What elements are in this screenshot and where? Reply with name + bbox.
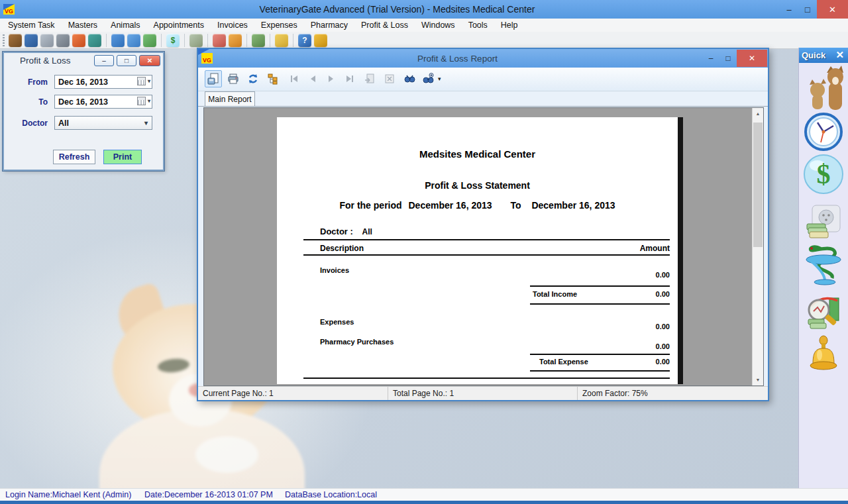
report-minimize-button[interactable]: – [702,50,719,67]
pharmacy-icon[interactable] [802,242,845,287]
close-button[interactable]: ✕ [817,0,848,19]
dialog-title: Profit & Loss [20,56,71,66]
report-period-line: For the period December 16, 2013 To Dece… [277,200,678,211]
report-viewer-area: Medsites Medical Center Profit & Loss St… [203,107,764,386]
divider [303,378,670,379]
undo-arrow-icon[interactable] [229,34,242,47]
refresh-icon[interactable] [244,70,262,87]
print-report-icon[interactable] [225,70,242,87]
menu-appointments[interactable]: Appointments [147,19,211,32]
menu-invoices[interactable]: Invoices [211,19,254,32]
report-maximize-button[interactable]: □ [719,50,737,67]
svg-text:$: $ [817,159,831,189]
invoice-money-icon[interactable] [143,34,156,47]
quick-close-icon[interactable]: ✕ [835,49,844,61]
doctor-label: Doctor : [320,227,353,236]
menu-profit-loss[interactable]: Profit & Loss [354,19,415,32]
tab-strip-line [198,106,768,107]
reminder-bird-icon[interactable] [275,34,288,47]
dollar-icon[interactable]: $ [166,34,180,47]
toolbar-separator [246,34,247,47]
thermometer-icon[interactable] [72,34,85,47]
column-amount: Amount [604,244,670,253]
maximize-button[interactable]: □ [798,0,817,19]
menu-system-task[interactable]: System Task [1,19,62,32]
divider [530,303,670,305]
period-to-label: To [510,200,521,211]
calendar-icon[interactable] [137,77,146,85]
calendar-icon[interactable] [127,34,140,47]
grooming-tool-icon[interactable] [40,34,54,47]
menu-tools[interactable]: Tools [462,19,494,32]
group-tree-icon[interactable] [264,70,282,87]
menu-bar: System Task Masters Animals Appointments… [0,19,848,32]
report-clinic-name: Medsites Medical Center [277,148,678,160]
tab-main-report[interactable]: Main Report [205,91,255,106]
date-status: Date:December 16-2013 01:07 PM [144,490,273,499]
clock-icon[interactable] [804,113,843,151]
payment-icon[interactable] [806,204,841,240]
menu-pharmacy[interactable]: Pharmacy [304,19,354,32]
total-expense-amount: 0.00 [604,358,670,366]
toolbar-separator [184,34,185,47]
profit-loss-report-window: VG Profit & Loss Report – □ ✕ [197,48,769,401]
row-invoices-label: Invoices [320,266,349,274]
quick-panel-title: Quick [802,50,825,60]
toolbar-separator [106,34,107,47]
menu-windows[interactable]: Windows [415,19,462,32]
masters-book-icon[interactable] [25,34,38,47]
export-report-icon[interactable] [205,70,222,87]
row-expenses-amount: 0.00 [604,323,670,330]
to-date-field[interactable]: Dec 16, 2013 ▾ [54,95,152,109]
dialog-close-button[interactable]: ✕ [139,55,160,66]
report-close-button[interactable]: ✕ [737,50,767,67]
menu-help[interactable]: Help [494,19,525,32]
sales-chart-icon[interactable] [252,34,265,47]
row-pharmacy-purchases-label: Pharmacy Purchases [320,338,394,346]
reports-search-icon[interactable] [804,293,843,331]
from-date-field[interactable]: Dec 16, 2013 ▾ [54,75,152,89]
calendar-icon[interactable] [137,97,146,105]
bottom-statusbar: Login Name:Michael Kent (Admin) Date:Dec… [0,488,848,501]
expense-icon[interactable] [189,34,203,47]
reminder-bell-icon[interactable] [806,335,841,372]
menu-masters[interactable]: Masters [62,19,104,32]
page-edge-shadow [678,117,683,384]
divider [303,254,670,256]
zoom-dropdown-caret[interactable]: ▾ [438,76,441,82]
purchases-icon[interactable] [213,34,226,47]
help-icon[interactable]: ? [298,34,311,47]
scroll-down-button[interactable]: ▼ [753,374,763,385]
print-button[interactable]: Print [103,150,142,164]
zoom-factor-status: Zoom Factor: 75% [578,387,768,400]
surgical-tool-icon[interactable] [56,34,70,47]
bell-icon[interactable] [314,34,327,47]
login-name-status: Login Name:Michael Kent (Admin) [5,490,131,499]
zoom-icon[interactable] [419,70,437,87]
menu-animals[interactable]: Animals [104,19,146,32]
bird-icon[interactable] [88,34,101,47]
toolbar-separator [270,34,270,47]
menu-expenses[interactable]: Expenses [254,19,304,32]
app-logo-icon: VG [3,4,15,15]
column-description: Description [320,244,364,253]
scroll-up-button[interactable]: ▲ [753,108,763,119]
refresh-button[interactable]: Refresh [53,150,95,164]
dollar-icon[interactable]: $ [803,154,844,195]
chevron-down-icon[interactable]: ▾ [148,78,150,84]
find-icon[interactable] [401,70,418,87]
animals-dog-icon[interactable] [9,34,22,47]
main-titlebar: VG VeterinaryGate Advanced (Trial Versio… [0,0,848,19]
dialog-maximize-button[interactable]: □ [117,55,136,66]
minimize-button[interactable]: – [780,0,798,19]
pets-icon[interactable] [803,65,844,111]
report-titlebar: VG Profit & Loss Report – □ ✕ [198,49,768,68]
doctor-select[interactable]: All ▾ [54,116,152,130]
appointments-clock-icon[interactable] [111,34,125,47]
doctor-value: All [362,227,372,236]
chevron-down-icon[interactable]: ▾ [148,98,150,104]
dialog-minimize-button[interactable]: – [94,55,114,66]
report-statusbar: Current Page No.: 1 Total Page No.: 1 Zo… [198,386,768,400]
scrollbar-thumb[interactable] [753,123,763,247]
vertical-scrollbar[interactable]: ▲ ▼ [752,108,763,385]
